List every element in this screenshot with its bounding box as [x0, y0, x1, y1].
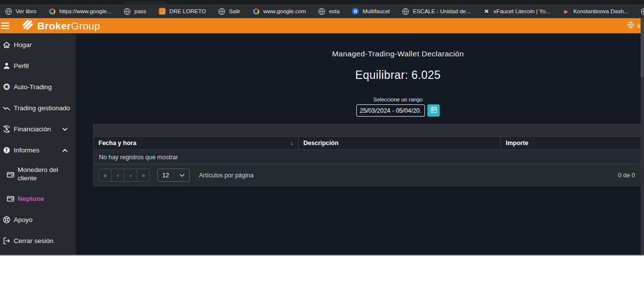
home-icon — [1, 41, 11, 49]
table-header-row: Fecha y hora ↓ Descripción Importe — [94, 137, 644, 150]
bookmark-label: xFaucet Litecoin | Yo... — [494, 8, 550, 14]
bookmark-item[interactable]: BMultifaucet — [352, 8, 390, 15]
lifebuoy-icon — [1, 216, 11, 224]
sidebar-item-neptune[interactable]: Neptune — [0, 188, 76, 209]
bookmark-item[interactable]: esta — [318, 8, 340, 15]
date-range-input[interactable] — [356, 104, 425, 117]
bookmark-label: ESCALE - Unidad de... — [413, 8, 471, 14]
next-page-button[interactable]: › — [124, 169, 137, 182]
globe-icon — [641, 8, 644, 15]
column-label: Importe — [506, 140, 528, 147]
bookmark-label: Salir — [229, 8, 240, 14]
trend-icon — [1, 104, 11, 112]
sidebar-item-logout[interactable]: Cerrar sesión — [0, 230, 76, 251]
sidebar-item-home[interactable]: Hogar — [0, 34, 76, 55]
bookmark-label: Ver libro — [16, 8, 36, 14]
page-size-select[interactable]: 12 — [157, 169, 190, 182]
bookmark-label: Multifaucet — [363, 8, 390, 14]
logout-icon — [1, 237, 11, 245]
dollar-sync-icon: $ — [1, 125, 11, 133]
bookmark-label: https://www.google... — [59, 8, 111, 14]
hamburger-menu-icon[interactable] — [1, 23, 9, 29]
sidebar-item-label: Perfil — [14, 62, 29, 70]
sidebar-item-reports[interactable]: Informes — [0, 140, 76, 161]
bookmark-item[interactable]: ✕xFaucet Litecoin | Yo... — [483, 8, 550, 15]
google-icon — [49, 8, 56, 15]
pager-info: 0 de 0 — [618, 165, 635, 186]
range-label: Seleccione un rango — [93, 97, 644, 102]
svg-text:$: $ — [5, 126, 8, 131]
sidebar-item-auto-trading[interactable]: Auto-Trading — [0, 76, 76, 98]
column-header-amount[interactable]: Importe — [500, 137, 644, 149]
scrollbar-thumb[interactable] — [641, 18, 644, 77]
sidebar-item-label: Apoyo — [14, 216, 32, 223]
chevron-down-icon — [179, 172, 185, 179]
play-icon: ▶ — [563, 8, 570, 15]
page-title: Managed-Trading-Wallet Declaración — [93, 49, 644, 58]
browser-window: Ver librohttps://www.google...passDRE LO… — [0, 0, 644, 294]
sidebar-item-label: Monedero del cliente — [18, 166, 69, 183]
bookmark-label: DRE LORETO — [170, 8, 206, 14]
bookmarks-bar: Ver librohttps://www.google...passDRE LO… — [0, 4, 644, 18]
bookmark-item[interactable]: pass — [124, 8, 146, 15]
column-header-description[interactable]: Descripción — [298, 137, 500, 149]
previous-page-button[interactable]: ‹ — [111, 169, 124, 182]
bookmark-item[interactable]: www.google.com — [252, 8, 306, 15]
column-label: Descripción — [303, 140, 339, 147]
brand-name-bold: Broker — [37, 20, 71, 31]
bookmark-item[interactable]: ESCALE - Unidad de... — [402, 8, 471, 15]
calendar-button[interactable] — [427, 104, 440, 117]
table-pager: « ‹ › » 12 Artículos por página 0 de 0 — [94, 165, 644, 186]
bookmark-label: esta — [329, 8, 340, 14]
sidebar-item-funding[interactable]: $ Financiación — [0, 119, 76, 140]
first-page-button[interactable]: « — [99, 169, 112, 182]
sidebar: Hogar Perfil Auto-Trading — [0, 33, 76, 255]
bookmark-item[interactable]: LCFHC — [641, 8, 644, 15]
brand-name: BrokerGroup — [37, 20, 100, 32]
column-label: Fecha y hora — [99, 140, 136, 147]
sidebar-item-managed-trading[interactable]: Trading gestionado — [0, 98, 76, 119]
sidebar-item-label: Trading gestionado — [14, 104, 70, 112]
records-table: Fecha y hora ↓ Descripción Importe No ha… — [93, 124, 644, 186]
sidebar-item-label: Hogar — [14, 41, 32, 49]
column-header-datetime[interactable]: Fecha y hora ↓ — [94, 137, 298, 149]
wallet-icon — [5, 195, 15, 203]
browser-tab-strip — [0, 0, 644, 4]
globe-icon — [124, 8, 131, 15]
bookmark-item[interactable]: https://www.google... — [49, 8, 111, 15]
globe-icon — [627, 21, 635, 30]
bookmark-label: pass — [134, 8, 146, 14]
app-header: BrokerGroup Id — [0, 18, 644, 33]
vertical-scrollbar[interactable] — [641, 18, 644, 255]
globe-icon — [318, 8, 325, 15]
sidebar-item-support[interactable]: Apoyo — [0, 209, 76, 230]
balance-heading: Equilibrar: 6.025 — [93, 69, 644, 82]
bookmark-item[interactable]: DRE LORETO — [159, 8, 206, 15]
chevron-up-icon — [62, 148, 68, 152]
bot-icon — [1, 83, 11, 91]
sidebar-item-client-wallet[interactable]: Monedero del cliente — [0, 161, 76, 188]
exclamation-circle-icon — [1, 146, 11, 154]
sidebar-item-label: Cerrar sesión — [14, 237, 53, 245]
globe-icon — [5, 8, 12, 15]
brand-name-light: Group — [71, 20, 100, 31]
sidebar-item-profile[interactable]: Perfil — [0, 55, 76, 76]
items-per-page-label: Artículos por página — [199, 172, 253, 179]
logo-icon — [21, 18, 34, 33]
empty-state-message: No hay registros que mostrar — [94, 150, 644, 165]
blue-coin-icon: B — [352, 8, 359, 15]
bookmark-item[interactable]: Ver libro — [5, 8, 36, 15]
bookmark-item[interactable]: Salir — [218, 8, 240, 15]
sidebar-item-label: Financiación — [14, 125, 51, 133]
globe-icon — [218, 8, 225, 15]
brand-logo[interactable]: BrokerGroup — [21, 18, 100, 33]
globe-icon — [402, 8, 409, 15]
bookmark-label: www.google.com — [263, 8, 306, 14]
bookmark-item[interactable]: ▶Konstantinova Dash... — [563, 8, 629, 15]
pager-nav-group: « ‹ › » — [99, 169, 150, 182]
page-size-value: 12 — [162, 172, 169, 179]
sidebar-item-label: Auto-Trading — [14, 83, 52, 91]
table-toolbar — [94, 124, 644, 137]
main-content: Managed-Trading-Wallet Declaración Equil… — [76, 33, 644, 255]
last-page-button[interactable]: » — [137, 169, 150, 182]
